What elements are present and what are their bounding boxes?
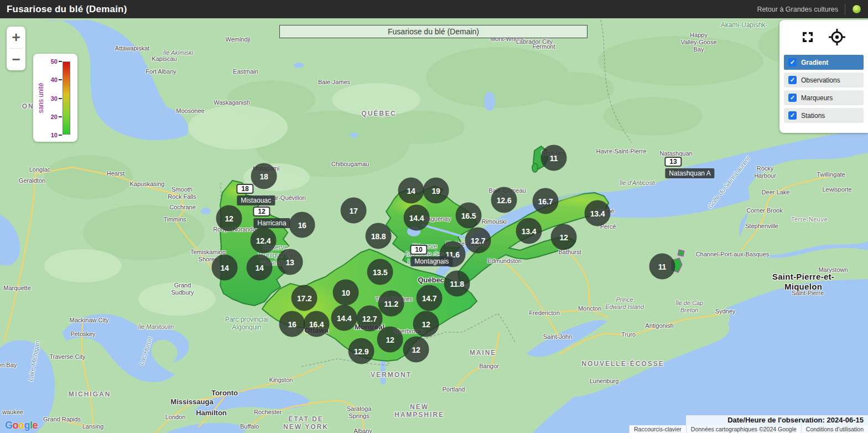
observation-marker[interactable]: 14 <box>212 255 238 281</box>
google-logo-letter: g <box>24 420 30 431</box>
legend-tick: 30 <box>51 95 62 102</box>
layer-label: Stations <box>801 112 825 120</box>
station-marker[interactable]: 10Montagnais <box>410 245 427 255</box>
station-marker[interactable]: 18Mistaouac <box>236 184 253 194</box>
observation-marker[interactable]: 18.8 <box>366 223 392 249</box>
station-marker[interactable]: 12Harricana <box>253 207 270 216</box>
observation-marker[interactable]: 16 <box>279 311 305 337</box>
zoom-control: + − <box>7 27 25 70</box>
observation-date: Date/Heure de l'observation: 2024-06-15 <box>686 415 868 425</box>
attribution-bar: Raccourcis-clavier Données cartographiqu… <box>629 425 868 433</box>
back-to-crops-link[interactable]: Retour à Grandes cultures <box>757 6 838 13</box>
map-data-attribution: Données cartographiques ©2024 Google <box>686 425 801 433</box>
google-logo-letter: o <box>13 420 19 431</box>
observation-marker[interactable]: 14.4 <box>404 205 430 231</box>
observation-marker[interactable]: 14.4 <box>331 305 357 331</box>
legend-tick: 20 <box>51 114 62 120</box>
observation-marker[interactable]: 12 <box>377 327 403 353</box>
checkbox-icon[interactable]: ✓ <box>788 76 797 84</box>
google-logo-letter: e <box>33 420 38 431</box>
observation-marker[interactable]: 13.4 <box>585 200 611 226</box>
observation-marker[interactable]: 12.7 <box>465 228 491 254</box>
observation-marker[interactable]: 13 <box>277 249 303 275</box>
station-name-label: Natashquan A <box>665 168 714 178</box>
station-marker[interactable]: 13Natashquan A <box>664 157 682 167</box>
station-name-label: Harricana <box>253 218 290 228</box>
observation-marker[interactable]: 11.8 <box>444 271 470 297</box>
observation-marker[interactable]: 10 <box>333 280 359 306</box>
page-title: Fusariose du blé (Demain) <box>7 4 127 15</box>
google-logo-letter: o <box>18 420 24 431</box>
observation-marker[interactable]: 13.5 <box>367 259 393 285</box>
layer-toggle-list: ✓Gradient✓Observations✓Marqueurs✓Station… <box>779 55 868 123</box>
observation-marker[interactable]: 12 <box>216 205 242 231</box>
observation-marker[interactable]: 12 <box>551 224 577 250</box>
top-bar: Fusariose du blé (Demain) Retour à Grand… <box>0 0 868 18</box>
legend-tick: 10 <box>51 132 62 138</box>
observation-marker[interactable]: 16.7 <box>533 188 559 214</box>
google-logo[interactable]: Google <box>5 420 38 431</box>
observation-marker[interactable]: 12.9 <box>349 338 375 364</box>
observation-marker[interactable]: 13.4 <box>516 218 542 244</box>
legend-tick: 40 <box>51 76 62 83</box>
station-name-label: Mistaouac <box>237 195 275 205</box>
observation-marker[interactable]: 12.6 <box>491 187 517 213</box>
terms-of-use-link[interactable]: Conditions d'utilisation <box>801 425 868 433</box>
legend-tick: 50 <box>51 58 62 65</box>
legend-gradient-bar <box>63 61 70 135</box>
observation-marker[interactable]: 12 <box>403 337 429 363</box>
layer-label: Observations <box>801 76 840 84</box>
legend-ticks: 5040302010 <box>51 58 62 138</box>
google-logo-letter: G <box>5 420 13 431</box>
culture-status-icon[interactable] <box>852 4 861 14</box>
markers-layer: 1118141912.616.71713.416.514.4121613.418… <box>0 0 868 433</box>
locate-target-icon[interactable] <box>828 28 846 47</box>
observation-marker[interactable]: 16 <box>289 212 315 238</box>
observation-marker[interactable]: 12.7 <box>357 306 383 332</box>
zoom-in-button[interactable]: + <box>7 27 25 48</box>
fullscreen-icon[interactable] <box>801 30 814 44</box>
observation-marker[interactable]: 14 <box>398 178 424 204</box>
station-name-label: Montagnais <box>410 256 453 266</box>
checkbox-icon[interactable]: ✓ <box>788 58 797 66</box>
layer-toggle-stations[interactable]: ✓Stations <box>784 108 864 123</box>
observation-marker[interactable]: 12.4 <box>251 228 277 254</box>
legend-unit-label: sans unité <box>37 81 45 115</box>
layer-toggle-gradient[interactable]: ✓Gradient <box>784 55 864 70</box>
layers-panel: ✓Gradient✓Observations✓Marqueurs✓Station… <box>779 20 868 133</box>
observation-marker[interactable]: 19 <box>423 178 449 204</box>
layer-toggle-observations[interactable]: ✓Observations <box>784 73 864 87</box>
observation-marker[interactable]: 11.2 <box>378 291 404 317</box>
observation-marker[interactable]: 18 <box>251 163 277 189</box>
observation-marker[interactable]: 16.4 <box>304 311 330 337</box>
layer-toggle-marqueurs[interactable]: ✓Marqueurs <box>784 90 864 105</box>
station-value: 10 <box>410 245 427 255</box>
layer-label: Marqueurs <box>801 94 833 102</box>
divider <box>845 4 845 15</box>
observation-marker[interactable]: 12 <box>413 311 439 337</box>
observation-marker[interactable]: 11 <box>649 254 675 280</box>
observation-marker[interactable]: 17.2 <box>292 285 318 311</box>
observation-marker[interactable]: 14 <box>247 255 273 281</box>
station-value: 18 <box>236 184 253 194</box>
observation-marker[interactable]: 17 <box>341 198 367 224</box>
observation-marker[interactable]: 14.7 <box>417 285 443 311</box>
checkbox-icon[interactable]: ✓ <box>788 111 797 120</box>
checkbox-icon[interactable]: ✓ <box>788 94 797 102</box>
map-title-overlay: Fusariose du blé (Demain) <box>279 25 588 38</box>
layer-label: Gradient <box>801 59 828 66</box>
zoom-out-button[interactable]: − <box>7 49 25 70</box>
app-window: AttawapiskatKapiscauFort AlbanyWemindjiE… <box>0 0 868 433</box>
keyboard-shortcuts-link[interactable]: Raccourcis-clavier <box>629 425 686 433</box>
observation-marker[interactable]: 11 <box>541 145 567 171</box>
color-scale-legend: sans unité 5040302010 <box>33 54 77 142</box>
observation-marker[interactable]: 16.5 <box>456 203 482 229</box>
station-value: 12 <box>253 207 270 216</box>
station-value: 13 <box>664 157 682 167</box>
